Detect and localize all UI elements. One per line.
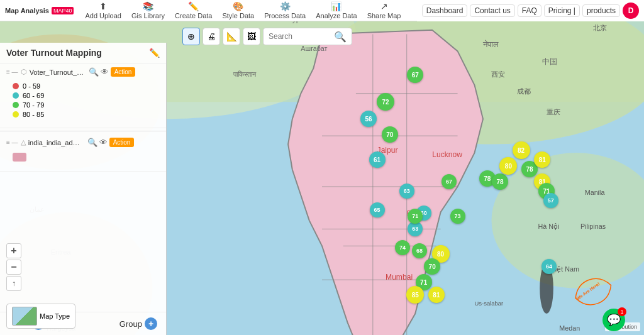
layer-2-eye-icon[interactable]: 👁 [99, 138, 108, 147]
legend-label-1: 60 - 69 [23, 92, 44, 99]
svg-text:Mumbai: Mumbai [386, 273, 413, 282]
map-marker[interactable]: 81 [428, 287, 445, 303]
process-icon: ⚙️ [280, 1, 291, 11]
svg-text:Туркменистан: Туркменистан [288, 21, 337, 23]
map-marker[interactable]: 70 [424, 258, 440, 275]
svg-text:北京: 北京 [593, 24, 607, 31]
legend-dot-2 [13, 102, 19, 108]
rightnav: Dashboard Contact us FAQ Pricing | produ… [417, 0, 644, 21]
map-marker[interactable]: 70 [382, 126, 398, 143]
map-marker[interactable]: 68 [412, 243, 427, 258]
chat-bubble[interactable]: 💬 1 [602, 309, 625, 331]
add-group-btn[interactable]: Group + [119, 317, 157, 330]
layer-2-header: ≡ — △ india_india_admi... 🔍 👁 Action [6, 138, 160, 147]
layer-1-header: ≡ — ⬡ Voter_Turnout_D... 🔍 👁 Action [6, 67, 160, 77]
legend-dot-pink [13, 153, 26, 162]
brand-sub: MAP40 [52, 7, 74, 14]
analyze-icon: 📊 [331, 1, 341, 11]
svg-text:Ашгабат: Ашгабат [301, 45, 327, 52]
avatar[interactable]: D [623, 3, 639, 19]
share-icon: ↗ [380, 1, 388, 11]
svg-text:Hà Nội: Hà Nội [538, 222, 560, 231]
panel-header: Voter Turnout Mapping ✏️ [0, 43, 166, 63]
nav-analyze-data[interactable]: 📊 Analyze Data [312, 0, 360, 21]
layer-1-action-btn[interactable]: Action [111, 67, 136, 77]
legend-item-3: 80 - 85 [13, 111, 153, 118]
layer-1-search-icon[interactable]: 🔍 [89, 67, 99, 77]
add-group-icon[interactable]: + [145, 317, 157, 330]
map-marker[interactable]: 63 [399, 184, 414, 199]
layer-2-search-icon[interactable]: 🔍 [87, 138, 97, 147]
search-icon: 🔍 [334, 31, 347, 43]
select-tool-btn[interactable]: ⊕ [182, 28, 200, 45]
svg-text:成都: 成都 [517, 87, 531, 95]
measure-btn[interactable]: 📐 [223, 28, 240, 45]
map-marker[interactable]: 65 [370, 202, 385, 217]
map-marker[interactable]: 72 [377, 93, 394, 111]
map-toolbar: ⊕ 🖨 📐 🖼 🔍 [182, 28, 352, 45]
left-panel: Voter Turnout Mapping ✏️ ≡ — ⬡ Voter_Tur… [0, 43, 167, 335]
map-marker[interactable]: 64 [541, 259, 557, 274]
upload-icon: ⬆ [99, 1, 107, 11]
svg-text:Pilipinas: Pilipinas [580, 222, 606, 230]
layer-2-action-btn[interactable]: Action [109, 138, 135, 147]
layer-2-legend [6, 147, 160, 167]
group-label: Group [119, 319, 142, 329]
map-marker[interactable]: 74 [395, 240, 410, 255]
svg-text:西安: 西安 [491, 70, 505, 78]
nav-label: Analyze Data [316, 12, 357, 19]
contact-btn[interactable]: Contact us [470, 4, 514, 17]
products-btn[interactable]: products [582, 4, 620, 17]
legend-dot-1 [13, 92, 19, 99]
nav-label: Gis Library [131, 12, 165, 19]
layer-1-name: Voter_Turnout_D... [30, 69, 86, 76]
brand: Map Analysis MAP40 [5, 7, 74, 14]
compass-btn[interactable]: ↑ [6, 276, 21, 291]
svg-text:We Are Here!: We Are Here! [575, 282, 601, 301]
map-marker[interactable]: 82 [513, 141, 530, 159]
chat-badge: 1 [618, 307, 626, 316]
nav-label: Process Data [264, 12, 306, 19]
map-marker[interactable]: 73 [450, 209, 465, 224]
zoom-in-btn[interactable]: + [6, 243, 21, 258]
zoom-out-btn[interactable]: − [6, 260, 21, 275]
map-type-label: Map Type [40, 312, 70, 320]
layer-1-eye-icon[interactable]: 👁 [101, 67, 109, 77]
legend-label-3: 80 - 85 [23, 111, 44, 118]
nav-add-upload[interactable]: ⬆ Add Upload [81, 0, 125, 21]
edit-icon[interactable]: ✏️ [149, 48, 160, 58]
create-icon: ✏️ [188, 1, 199, 11]
nav-label: Share Map [367, 12, 401, 19]
layer-2: ≡ — △ india_india_admi... 🔍 👁 Action [0, 134, 166, 172]
map-type-control[interactable]: Map Type [6, 304, 75, 329]
map-marker[interactable]: 57 [543, 193, 558, 208]
screenshot-btn[interactable]: 🖼 [243, 28, 260, 45]
layer-2-icons: 🔍 👁 Action [87, 138, 135, 147]
map-marker[interactable]: 85 [406, 286, 424, 304]
nav-share-map[interactable]: ↗ Share Map [364, 0, 405, 21]
style-icon: 🎨 [233, 1, 243, 11]
dashboard-btn[interactable]: Dashboard [422, 4, 468, 17]
brand-name: Map Analysis [5, 7, 49, 14]
layer-1: ≡ — ⬡ Voter_Turnout_D... 🔍 👁 Action 0 - … [0, 63, 166, 128]
map-marker[interactable]: 67 [441, 174, 457, 189]
nav-create-data[interactable]: ✏️ Create Data [171, 0, 216, 21]
nav-gis-library[interactable]: 📚 Gis Library [128, 0, 169, 21]
drag-handle-2[interactable]: ≡ — [6, 139, 18, 146]
map-marker[interactable]: 78 [492, 173, 508, 190]
pricing-btn[interactable]: Pricing | [544, 4, 580, 17]
legend-item-0: 0 - 59 [13, 82, 153, 90]
panel-divider-1 [0, 131, 166, 131]
nav-process-data[interactable]: ⚙️ Process Data [260, 0, 309, 21]
print-btn[interactable]: 🖨 [203, 28, 220, 45]
map-marker[interactable]: 61 [369, 151, 386, 168]
map-marker[interactable]: 56 [360, 111, 377, 127]
svg-text:重庆: 重庆 [547, 108, 560, 116]
faq-btn[interactable]: FAQ [518, 4, 541, 17]
search-input[interactable] [269, 32, 331, 41]
layer-1-legend: 0 - 59 60 - 69 70 - 79 80 - 85 [6, 77, 160, 124]
drag-handle-1[interactable]: ≡ — [6, 69, 18, 75]
legend-item-pink [13, 153, 153, 162]
nav-style-data[interactable]: 🎨 Style Data [218, 0, 258, 21]
legend-label-2: 70 - 79 [23, 101, 44, 109]
